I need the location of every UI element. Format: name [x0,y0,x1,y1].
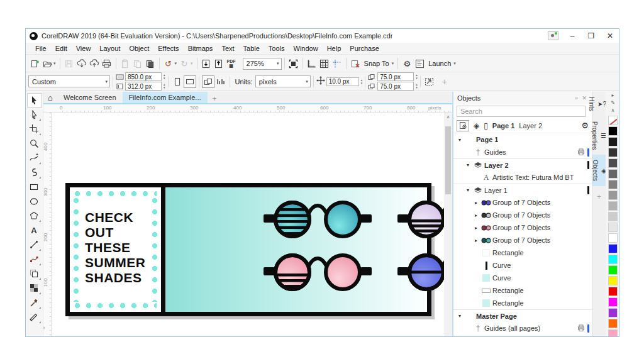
menu-bitmaps[interactable]: Bitmaps [184,43,218,54]
vertical-ruler[interactable]: 4003002001000 [43,113,52,336]
open-icon[interactable] [41,57,53,70]
spinner-icon[interactable]: ▴▾ [361,79,363,85]
page-preset-combo[interactable]: Custom▾ [28,75,110,87]
show-objects-icon[interactable] [457,120,469,131]
expander-icon[interactable]: ▾ [464,162,472,168]
color-swatch-666666[interactable] [608,169,618,179]
view-guidelines-icon[interactable] [331,57,343,70]
pink-striped-glasses[interactable] [264,245,372,300]
menu-purchase[interactable]: Purchase [345,43,383,54]
color-swatch-4d4d4d[interactable] [608,158,618,168]
close-button[interactable]: ✕ [605,31,615,40]
tree-row-5[interactable]: ▾Layer 1 [453,184,592,196]
tree-row-9[interactable]: ▸Group of 7 Objects [453,234,592,246]
launch-dropdown[interactable]: Launch [428,60,451,67]
lavender-striped-glasses[interactable] [397,192,444,247]
printer-icon[interactable] [577,148,585,157]
add-docker-icon[interactable]: + [592,186,606,201]
pick-tool[interactable] [27,93,42,108]
color-swatch-1a1af0[interactable] [608,244,618,253]
tree-row-14[interactable]: Rectangle [453,297,592,309]
spinner-icon[interactable]: ▴▾ [164,83,165,89]
tree-row-12[interactable]: Curve [453,272,592,284]
menu-tools[interactable]: Tools [264,43,289,54]
dimension-tool[interactable] [27,238,42,252]
tree-row-8[interactable]: ▸Group of 7 Objects [453,221,592,234]
tree-row-2[interactable]: †Guides [453,146,592,158]
expander-icon[interactable]: ▸ [472,213,480,218]
layer-manager-icon[interactable]: ◈ [474,121,479,130]
expander-icon[interactable]: ▾ [456,137,464,143]
menu-edit[interactable]: Edit [51,43,72,54]
outline-pen-tool[interactable] [27,310,42,324]
color-swatch-ff6600[interactable] [608,319,618,328]
duplicate-icon[interactable] [144,57,157,70]
export-icon[interactable] [213,57,225,70]
drawing-canvas[interactable]: CHECK OUT THESE SUMMER SHADES [52,113,444,336]
color-swatch-none[interactable] [608,116,618,125]
print-icon[interactable] [101,57,113,70]
summer-shades-banner[interactable]: CHECK OUT THESE SUMMER SHADES [65,183,431,316]
text-tool[interactable]: A [27,223,42,238]
tree-row-4[interactable]: AArtistic Text: Futura Md BT [453,171,592,184]
treat-as-filled-icon[interactable] [423,75,436,88]
color-swatch-00f000[interactable] [608,265,618,275]
menu-file[interactable]: File [31,43,51,54]
tree-row-6[interactable]: ▸Group of 7 Objects [453,196,592,209]
expander-icon[interactable]: ▾ [456,313,464,319]
undo-icon[interactable]: ↺ [162,57,175,70]
color-swatch-00ffff[interactable] [608,255,618,264]
transparency-tool[interactable] [27,281,42,296]
spinner-icon[interactable]: ▴▾ [416,83,418,89]
docker-collapse-icon[interactable]: » [575,95,579,101]
docker-options-gear-icon[interactable]: ⚙ [581,121,589,130]
units-combo[interactable]: pixels▾ [255,75,311,87]
drop-shadow-tool[interactable] [27,267,42,281]
menu-view[interactable]: View [72,43,96,54]
color-swatch-000000[interactable] [608,126,618,136]
color-swatch-1a1a1a[interactable] [608,137,618,146]
portrait-button[interactable] [171,75,184,88]
palette-control-icon[interactable]: ▸ [611,92,614,99]
landscape-button[interactable] [184,75,196,88]
duplicate-x-field[interactable]: 75.0 px [377,72,414,81]
scrollbar-thumb[interactable] [445,126,451,194]
blue-striped-glasses[interactable] [397,245,444,300]
color-swatch-e6e6e6[interactable] [608,223,618,232]
combo-caret-icon[interactable]: ▾ [277,61,279,66]
expander-icon[interactable]: ▸ [472,200,480,206]
docker-close-icon[interactable]: ✕ [582,95,588,101]
snap-off-icon[interactable] [349,57,362,70]
color-swatch-ffa3c2[interactable] [608,329,618,336]
copy-icon[interactable] [131,57,144,70]
color-swatch-b3b3b3[interactable] [608,201,618,211]
new-tab-button[interactable]: + [208,94,222,103]
view-grid-icon[interactable] [318,57,331,70]
color-swatch-f00000[interactable] [608,287,618,296]
tree-row-10[interactable]: Rectangle [453,246,592,259]
tree-row-3[interactable]: ▾Layer 2 [453,158,592,171]
cloud-upload-icon[interactable] [88,57,101,70]
tree-row-13[interactable]: Rectangle [453,284,592,297]
canvas-vertical-scrollbar[interactable]: ∧ [444,113,452,336]
document-tab-2[interactable]: FileInfo.com Example... [123,92,208,103]
nudge-field[interactable]: 10.0 px [326,77,359,86]
zoom-tool[interactable] [27,136,42,151]
menu-object[interactable]: Object [125,43,153,54]
menu-effects[interactable]: Effects [153,43,183,54]
paste-icon[interactable] [119,57,131,70]
crop-tool[interactable] [27,122,42,136]
palette-control-icon[interactable]: ✎ [611,99,615,107]
duplicate-y-field[interactable]: 75.0 px [377,82,414,91]
polygon-tool[interactable] [27,209,42,223]
color-swatch-9b30d9[interactable] [608,308,618,318]
dropdown-caret-icon[interactable]: ▾ [175,61,177,66]
all-pages-icon[interactable] [202,75,214,88]
launch-icon[interactable] [413,57,426,70]
options-gear-icon[interactable]: ⚙ [401,57,413,70]
color-swatch-fff200[interactable] [608,276,618,285]
home-tab-icon[interactable]: ⌂ [43,92,57,103]
tree-row-16[interactable]: †Guides (all pages) [453,322,592,334]
snap-to-dropdown[interactable]: Snap To [364,60,389,67]
zoom-level-combo[interactable]: 275%▾ [243,58,282,70]
